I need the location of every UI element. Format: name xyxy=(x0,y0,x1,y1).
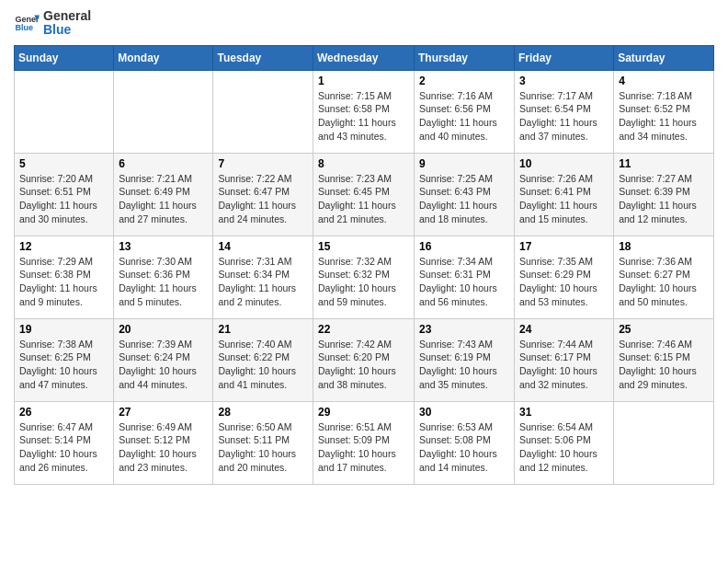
weekday-header-thursday: Thursday xyxy=(415,45,515,70)
page-header: General Blue General Blue xyxy=(14,9,714,38)
day-info: Sunrise: 7:36 AM Sunset: 6:27 PM Dayligh… xyxy=(619,255,709,309)
day-info: Sunrise: 7:15 AM Sunset: 6:58 PM Dayligh… xyxy=(318,89,409,144)
day-info: Sunrise: 7:27 AM Sunset: 6:39 PM Dayligh… xyxy=(619,172,709,226)
weekday-header-tuesday: Tuesday xyxy=(213,45,313,70)
day-info: Sunrise: 7:16 AM Sunset: 6:56 PM Dayligh… xyxy=(419,89,509,144)
day-info: Sunrise: 6:49 AM Sunset: 5:12 PM Dayligh… xyxy=(119,420,208,475)
day-info: Sunrise: 7:44 AM Sunset: 6:17 PM Dayligh… xyxy=(519,338,609,392)
day-info: Sunrise: 7:43 AM Sunset: 6:19 PM Dayligh… xyxy=(419,338,509,392)
calendar-cell: 26Sunrise: 6:47 AM Sunset: 5:14 PM Dayli… xyxy=(15,401,114,484)
day-info: Sunrise: 7:34 AM Sunset: 6:31 PM Dayligh… xyxy=(419,255,509,309)
calendar-cell: 30Sunrise: 6:53 AM Sunset: 5:08 PM Dayli… xyxy=(415,401,515,484)
day-info: Sunrise: 7:39 AM Sunset: 6:24 PM Dayligh… xyxy=(119,338,208,392)
calendar-cell: 1Sunrise: 7:15 AM Sunset: 6:58 PM Daylig… xyxy=(313,70,415,153)
day-number: 21 xyxy=(218,323,308,336)
day-number: 9 xyxy=(419,157,509,170)
logo-general-text: General xyxy=(43,9,91,23)
weekday-header-friday: Friday xyxy=(515,45,614,70)
day-info: Sunrise: 7:31 AM Sunset: 6:34 PM Dayligh… xyxy=(218,255,308,309)
day-info: Sunrise: 7:30 AM Sunset: 6:36 PM Dayligh… xyxy=(119,255,208,309)
calendar-cell: 31Sunrise: 6:54 AM Sunset: 5:06 PM Dayli… xyxy=(515,401,614,484)
day-number: 6 xyxy=(119,157,208,170)
calendar-cell: 29Sunrise: 6:51 AM Sunset: 5:09 PM Dayli… xyxy=(313,401,415,484)
day-number: 8 xyxy=(318,157,409,170)
day-info: Sunrise: 7:23 AM Sunset: 6:45 PM Dayligh… xyxy=(318,172,409,226)
logo-icon: General Blue xyxy=(14,10,40,36)
day-info: Sunrise: 7:32 AM Sunset: 6:32 PM Dayligh… xyxy=(318,255,409,309)
day-info: Sunrise: 7:29 AM Sunset: 6:38 PM Dayligh… xyxy=(19,255,108,309)
calendar-cell: 11Sunrise: 7:27 AM Sunset: 6:39 PM Dayli… xyxy=(614,153,714,236)
day-number: 5 xyxy=(19,157,108,170)
day-info: Sunrise: 7:40 AM Sunset: 6:22 PM Dayligh… xyxy=(218,338,308,392)
day-number: 31 xyxy=(519,406,609,419)
calendar-cell: 17Sunrise: 7:35 AM Sunset: 6:29 PM Dayli… xyxy=(515,236,614,318)
day-number: 11 xyxy=(619,157,709,170)
calendar-cell: 22Sunrise: 7:42 AM Sunset: 6:20 PM Dayli… xyxy=(313,318,415,401)
calendar-cell: 28Sunrise: 6:50 AM Sunset: 5:11 PM Dayli… xyxy=(213,401,313,484)
calendar-cell: 8Sunrise: 7:23 AM Sunset: 6:45 PM Daylig… xyxy=(313,153,415,236)
calendar-table: SundayMondayTuesdayWednesdayThursdayFrid… xyxy=(14,45,714,485)
day-info: Sunrise: 6:47 AM Sunset: 5:14 PM Dayligh… xyxy=(19,420,108,475)
day-number: 10 xyxy=(519,157,609,170)
day-number: 20 xyxy=(119,323,208,336)
weekday-header-wednesday: Wednesday xyxy=(313,45,415,70)
day-info: Sunrise: 6:50 AM Sunset: 5:11 PM Dayligh… xyxy=(218,420,308,475)
calendar-cell: 14Sunrise: 7:31 AM Sunset: 6:34 PM Dayli… xyxy=(213,236,313,318)
day-info: Sunrise: 7:18 AM Sunset: 6:52 PM Dayligh… xyxy=(619,89,709,144)
calendar-cell: 27Sunrise: 6:49 AM Sunset: 5:12 PM Dayli… xyxy=(114,401,213,484)
day-info: Sunrise: 6:51 AM Sunset: 5:09 PM Dayligh… xyxy=(318,420,409,475)
calendar-cell: 19Sunrise: 7:38 AM Sunset: 6:25 PM Dayli… xyxy=(15,318,114,401)
calendar-cell: 4Sunrise: 7:18 AM Sunset: 6:52 PM Daylig… xyxy=(614,70,714,153)
day-number: 17 xyxy=(519,240,609,253)
day-number: 23 xyxy=(419,323,509,336)
calendar-cell: 10Sunrise: 7:26 AM Sunset: 6:41 PM Dayli… xyxy=(515,153,614,236)
calendar-cell: 24Sunrise: 7:44 AM Sunset: 6:17 PM Dayli… xyxy=(515,318,614,401)
day-number: 18 xyxy=(619,240,709,253)
calendar-cell xyxy=(15,70,114,153)
day-number: 22 xyxy=(318,323,409,336)
svg-text:Blue: Blue xyxy=(15,24,33,33)
calendar-cell: 16Sunrise: 7:34 AM Sunset: 6:31 PM Dayli… xyxy=(415,236,515,318)
calendar-cell: 5Sunrise: 7:20 AM Sunset: 6:51 PM Daylig… xyxy=(15,153,114,236)
calendar-cell: 13Sunrise: 7:30 AM Sunset: 6:36 PM Dayli… xyxy=(114,236,213,318)
calendar-cell xyxy=(213,70,313,153)
day-info: Sunrise: 7:20 AM Sunset: 6:51 PM Dayligh… xyxy=(19,172,108,226)
day-number: 25 xyxy=(619,323,709,336)
day-number: 7 xyxy=(218,157,308,170)
day-number: 29 xyxy=(318,406,409,419)
calendar-cell: 12Sunrise: 7:29 AM Sunset: 6:38 PM Dayli… xyxy=(15,236,114,318)
day-number: 4 xyxy=(619,75,709,87)
weekday-header-saturday: Saturday xyxy=(614,45,714,70)
day-info: Sunrise: 7:26 AM Sunset: 6:41 PM Dayligh… xyxy=(519,172,609,226)
day-number: 2 xyxy=(419,75,509,87)
calendar-cell: 25Sunrise: 7:46 AM Sunset: 6:15 PM Dayli… xyxy=(614,318,714,401)
day-number: 3 xyxy=(519,75,609,87)
calendar-cell: 9Sunrise: 7:25 AM Sunset: 6:43 PM Daylig… xyxy=(415,153,515,236)
calendar-cell: 20Sunrise: 7:39 AM Sunset: 6:24 PM Dayli… xyxy=(114,318,213,401)
weekday-header-monday: Monday xyxy=(114,45,213,70)
day-number: 12 xyxy=(19,240,108,253)
day-number: 1 xyxy=(318,75,409,87)
calendar-cell: 2Sunrise: 7:16 AM Sunset: 6:56 PM Daylig… xyxy=(415,70,515,153)
calendar-cell: 7Sunrise: 7:22 AM Sunset: 6:47 PM Daylig… xyxy=(213,153,313,236)
day-number: 16 xyxy=(419,240,509,253)
day-info: Sunrise: 7:46 AM Sunset: 6:15 PM Dayligh… xyxy=(619,338,709,392)
day-info: Sunrise: 7:17 AM Sunset: 6:54 PM Dayligh… xyxy=(519,89,609,144)
day-info: Sunrise: 6:54 AM Sunset: 5:06 PM Dayligh… xyxy=(519,420,609,475)
day-info: Sunrise: 7:21 AM Sunset: 6:49 PM Dayligh… xyxy=(119,172,208,226)
day-number: 19 xyxy=(19,323,108,336)
day-number: 30 xyxy=(419,406,509,419)
day-number: 13 xyxy=(119,240,208,253)
day-number: 27 xyxy=(119,406,208,419)
calendar-cell: 18Sunrise: 7:36 AM Sunset: 6:27 PM Dayli… xyxy=(614,236,714,318)
weekday-header-sunday: Sunday xyxy=(15,45,114,70)
day-number: 15 xyxy=(318,240,409,253)
day-info: Sunrise: 6:53 AM Sunset: 5:08 PM Dayligh… xyxy=(419,420,509,475)
logo-blue-text: Blue xyxy=(43,23,91,37)
day-number: 24 xyxy=(519,323,609,336)
day-info: Sunrise: 7:35 AM Sunset: 6:29 PM Dayligh… xyxy=(519,255,609,309)
calendar-cell: 3Sunrise: 7:17 AM Sunset: 6:54 PM Daylig… xyxy=(515,70,614,153)
day-info: Sunrise: 7:25 AM Sunset: 6:43 PM Dayligh… xyxy=(419,172,509,226)
calendar-cell xyxy=(114,70,213,153)
day-number: 26 xyxy=(19,406,108,419)
